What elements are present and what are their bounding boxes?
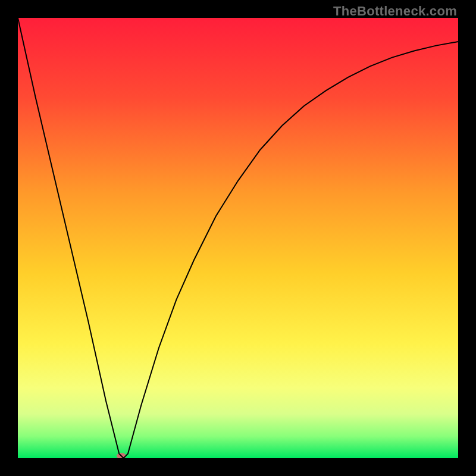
chart-svg [18,18,458,458]
watermark-text: TheBottleneck.com [333,4,457,19]
chart-stage: TheBottleneck.com [0,0,476,476]
chart-background [18,18,458,458]
plot-area [18,18,458,458]
